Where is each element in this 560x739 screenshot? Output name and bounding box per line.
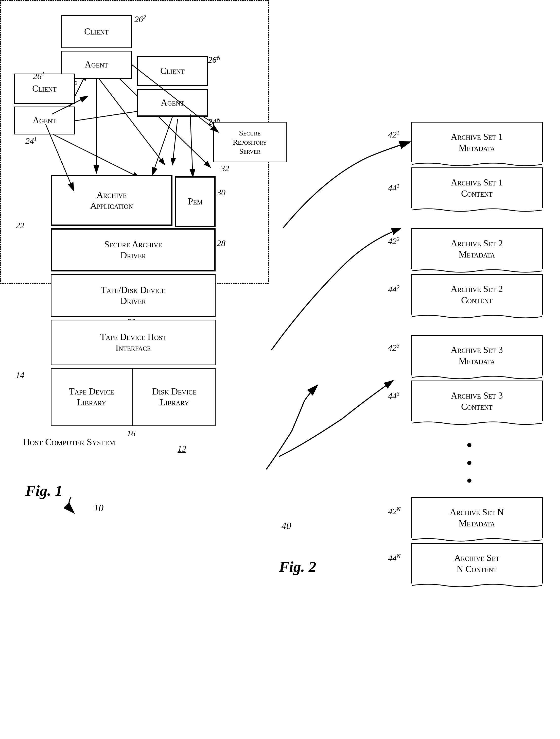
client2-box: Client (61, 15, 132, 48)
agentN-label: Agent (161, 97, 184, 108)
set3-meta-ref: 423 (388, 342, 399, 353)
archive-set2-meta-label: Archive Set 2Metadata (451, 238, 503, 260)
sad-ref: 28 (217, 239, 225, 248)
tape-device-lib-label: Tape Device Library (69, 386, 114, 408)
sad-box: Secure Archive Driver (51, 228, 216, 272)
tape-disk-driver-box: Tape/Disk Device Driver (51, 274, 216, 317)
archive-app-box: Archive Application (51, 175, 172, 226)
clientN-box: Client (137, 56, 208, 86)
ref40: 40 (282, 520, 291, 531)
archive-set1-meta-label: Archive Set 1Metadata (451, 131, 503, 153)
agent1-ref: 241 (25, 136, 37, 146)
agent1-label: Agent (33, 115, 56, 126)
archive-set1-meta-box: Archive Set 1Metadata (411, 122, 543, 162)
client1-label: Client (32, 83, 56, 94)
ref14: 14 (16, 371, 24, 380)
pem-ref: 30 (217, 188, 225, 197)
sad-label: Secure Archive Driver (104, 239, 162, 261)
set3-content-ref: 443 (388, 391, 399, 401)
clientN-label: Client (160, 65, 185, 77)
ref12: 12 (178, 444, 186, 454)
lib-ref: 16 (127, 429, 136, 438)
secure-repo-ref: 32 (221, 164, 229, 173)
archive-setN-meta-label: Archive Set NMetadata (450, 507, 504, 529)
archive-setN-meta-box: Archive Set NMetadata (411, 497, 543, 538)
set2-meta-ref: 422 (388, 236, 399, 246)
disk-device-lib-box: Disk Device Library (133, 368, 216, 426)
pem-box: Pem (175, 176, 216, 227)
archive-set3-content-label: Archive Set 3Content (451, 390, 503, 412)
archive-set2-content-box: Archive Set 2Content (411, 274, 543, 315)
archive-set3-content-box: Archive Set 3Content (411, 381, 543, 421)
archive-set1-content-label: Archive Set 1Content (451, 177, 503, 199)
setN-meta-ref: 42N (388, 506, 400, 516)
tape-disk-driver-label: Tape/Disk Device Driver (101, 285, 165, 306)
set1-content-ref: 441 (388, 183, 399, 193)
clientN-ref: 26N (208, 54, 220, 65)
client1-ref: 261 (33, 71, 44, 81)
dots3: • (467, 472, 472, 489)
archive-setN-content-label: Archive SetN Content (454, 553, 500, 574)
secure-repo-label: Secure Repository Server (233, 128, 267, 156)
setN-content-ref: 44N (388, 553, 400, 563)
client2-label: Client (84, 26, 109, 37)
ref10: 10 (94, 502, 104, 513)
agent1-box: Agent (14, 107, 75, 134)
host-system-label: Host Computer System (23, 436, 115, 448)
archive-set1-content-box: Archive Set 1Content (411, 167, 543, 208)
pem-label: Pem (188, 196, 203, 207)
fig2-label: Fig. 2 (279, 558, 316, 576)
diagram: Client 262 Agent 242 Client 261 Agent 24… (0, 0, 560, 739)
agentN-box: Agent (137, 89, 208, 117)
set2-content-ref: 442 (388, 284, 399, 294)
agent2-label: Agent (85, 59, 108, 70)
secure-repo-box: Secure Repository Server (213, 122, 287, 162)
client2-ref: 262 (135, 14, 146, 24)
archive-set3-meta-box: Archive Set 3Metadata (411, 335, 543, 376)
tape-host-interface-box: Tape Device Host Interface (51, 320, 216, 365)
archive-set3-meta-label: Archive Set 3Metadata (451, 344, 503, 366)
host-ref22: 22 (16, 221, 24, 230)
archive-set2-content-label: Archive Set 2Content (451, 284, 503, 305)
archive-set2-meta-box: Archive Set 2Metadata (411, 228, 543, 269)
archive-app-label: Archive Application (90, 189, 133, 211)
fig1-label: Fig. 1 (25, 482, 63, 499)
dots: • (467, 436, 472, 454)
disk-device-lib-label: Disk Device Library (152, 386, 197, 408)
set1-meta-ref: 421 (388, 129, 399, 140)
tape-device-lib-box: Tape Device Library (51, 368, 133, 426)
dots2: • (467, 454, 472, 472)
archive-setN-content-box: Archive SetN Content (411, 543, 543, 584)
tape-host-interface-label: Tape Device Host Interface (100, 331, 166, 353)
